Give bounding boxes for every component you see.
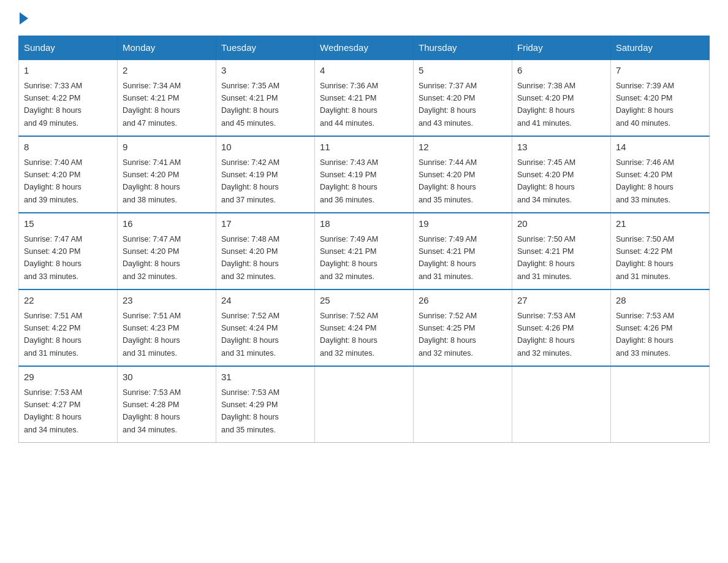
- day-info: Sunrise: 7:47 AMSunset: 4:20 PMDaylight:…: [123, 235, 181, 281]
- calendar-header: SundayMondayTuesdayWednesdayThursdayFrid…: [19, 36, 710, 60]
- calendar-cell: 7 Sunrise: 7:39 AMSunset: 4:20 PMDayligh…: [611, 59, 710, 136]
- day-number: 23: [123, 294, 211, 308]
- logo: [18, 12, 29, 25]
- day-info: Sunrise: 7:49 AMSunset: 4:21 PMDaylight:…: [320, 235, 378, 281]
- day-number: 15: [24, 217, 112, 231]
- day-number: 16: [123, 217, 211, 231]
- calendar-cell: 20 Sunrise: 7:50 AMSunset: 4:21 PMDaylig…: [512, 213, 611, 289]
- col-header-friday: Friday: [512, 36, 611, 60]
- day-info: Sunrise: 7:38 AMSunset: 4:20 PMDaylight:…: [517, 82, 575, 128]
- calendar-cell: 4 Sunrise: 7:36 AMSunset: 4:21 PMDayligh…: [315, 59, 414, 136]
- calendar-cell: [512, 366, 611, 443]
- calendar-cell: 17 Sunrise: 7:48 AMSunset: 4:20 PMDaylig…: [216, 213, 315, 289]
- day-number: 7: [616, 64, 704, 78]
- col-header-monday: Monday: [118, 36, 216, 60]
- day-info: Sunrise: 7:50 AMSunset: 4:22 PMDaylight:…: [616, 235, 674, 281]
- day-number: 3: [221, 64, 309, 78]
- calendar-week-5: 29 Sunrise: 7:53 AMSunset: 4:27 PMDaylig…: [19, 366, 710, 443]
- day-info: Sunrise: 7:36 AMSunset: 4:21 PMDaylight:…: [320, 82, 378, 128]
- day-info: Sunrise: 7:44 AMSunset: 4:20 PMDaylight:…: [419, 158, 477, 204]
- day-info: Sunrise: 7:49 AMSunset: 4:21 PMDaylight:…: [419, 235, 477, 281]
- calendar-cell: 9 Sunrise: 7:41 AMSunset: 4:20 PMDayligh…: [118, 136, 216, 213]
- day-number: 25: [320, 294, 408, 308]
- day-number: 10: [221, 140, 309, 155]
- calendar-cell: 8 Sunrise: 7:40 AMSunset: 4:20 PMDayligh…: [19, 136, 118, 213]
- day-info: Sunrise: 7:52 AMSunset: 4:24 PMDaylight:…: [320, 312, 378, 358]
- day-info: Sunrise: 7:51 AMSunset: 4:22 PMDaylight:…: [24, 312, 82, 358]
- calendar-cell: [414, 366, 512, 443]
- calendar-table: SundayMondayTuesdayWednesdayThursdayFrid…: [18, 36, 710, 443]
- calendar-cell: 30 Sunrise: 7:53 AMSunset: 4:28 PMDaylig…: [118, 366, 216, 443]
- day-info: Sunrise: 7:35 AMSunset: 4:21 PMDaylight:…: [221, 82, 279, 128]
- day-info: Sunrise: 7:46 AMSunset: 4:20 PMDaylight:…: [616, 158, 674, 204]
- day-number: 12: [419, 140, 507, 155]
- col-header-sunday: Sunday: [19, 36, 118, 60]
- day-number: 27: [517, 294, 605, 308]
- calendar-cell: 11 Sunrise: 7:43 AMSunset: 4:19 PMDaylig…: [315, 136, 414, 213]
- calendar-cell: 24 Sunrise: 7:52 AMSunset: 4:24 PMDaylig…: [216, 289, 315, 366]
- day-info: Sunrise: 7:39 AMSunset: 4:20 PMDaylight:…: [616, 82, 674, 128]
- day-info: Sunrise: 7:45 AMSunset: 4:20 PMDaylight:…: [517, 158, 575, 204]
- day-number: 9: [123, 140, 211, 155]
- day-info: Sunrise: 7:37 AMSunset: 4:20 PMDaylight:…: [419, 82, 477, 128]
- day-number: 31: [221, 370, 309, 385]
- day-number: 24: [221, 294, 309, 308]
- day-info: Sunrise: 7:52 AMSunset: 4:25 PMDaylight:…: [419, 312, 477, 358]
- calendar-cell: 12 Sunrise: 7:44 AMSunset: 4:20 PMDaylig…: [414, 136, 512, 213]
- calendar-cell: 3 Sunrise: 7:35 AMSunset: 4:21 PMDayligh…: [216, 59, 315, 136]
- day-info: Sunrise: 7:52 AMSunset: 4:24 PMDaylight:…: [221, 312, 279, 358]
- calendar-cell: 13 Sunrise: 7:45 AMSunset: 4:20 PMDaylig…: [512, 136, 611, 213]
- day-info: Sunrise: 7:33 AMSunset: 4:22 PMDaylight:…: [24, 82, 82, 128]
- day-number: 20: [517, 217, 605, 231]
- day-number: 26: [419, 294, 507, 308]
- calendar-cell: 16 Sunrise: 7:47 AMSunset: 4:20 PMDaylig…: [118, 213, 216, 289]
- day-number: 8: [24, 140, 112, 155]
- calendar-cell: [315, 366, 414, 443]
- day-info: Sunrise: 7:53 AMSunset: 4:27 PMDaylight:…: [24, 388, 82, 434]
- calendar-cell: 31 Sunrise: 7:53 AMSunset: 4:29 PMDaylig…: [216, 366, 315, 443]
- calendar-cell: 22 Sunrise: 7:51 AMSunset: 4:22 PMDaylig…: [19, 289, 118, 366]
- calendar-cell: 18 Sunrise: 7:49 AMSunset: 4:21 PMDaylig…: [315, 213, 414, 289]
- day-number: 29: [24, 370, 112, 385]
- calendar-cell: 10 Sunrise: 7:42 AMSunset: 4:19 PMDaylig…: [216, 136, 315, 213]
- calendar-week-1: 1 Sunrise: 7:33 AMSunset: 4:22 PMDayligh…: [19, 59, 710, 136]
- day-number: 5: [419, 64, 507, 78]
- calendar-cell: 29 Sunrise: 7:53 AMSunset: 4:27 PMDaylig…: [19, 366, 118, 443]
- calendar-cell: 23 Sunrise: 7:51 AMSunset: 4:23 PMDaylig…: [118, 289, 216, 366]
- calendar-cell: 15 Sunrise: 7:47 AMSunset: 4:20 PMDaylig…: [19, 213, 118, 289]
- calendar-cell: 14 Sunrise: 7:46 AMSunset: 4:20 PMDaylig…: [611, 136, 710, 213]
- day-number: 17: [221, 217, 309, 231]
- day-info: Sunrise: 7:51 AMSunset: 4:23 PMDaylight:…: [123, 312, 181, 358]
- day-info: Sunrise: 7:53 AMSunset: 4:26 PMDaylight:…: [616, 312, 674, 358]
- day-number: 13: [517, 140, 605, 155]
- day-info: Sunrise: 7:50 AMSunset: 4:21 PMDaylight:…: [517, 235, 575, 281]
- header: [18, 12, 710, 25]
- day-info: Sunrise: 7:34 AMSunset: 4:21 PMDaylight:…: [123, 82, 181, 128]
- calendar-cell: 27 Sunrise: 7:53 AMSunset: 4:26 PMDaylig…: [512, 289, 611, 366]
- calendar-cell: 21 Sunrise: 7:50 AMSunset: 4:22 PMDaylig…: [611, 213, 710, 289]
- calendar-cell: 1 Sunrise: 7:33 AMSunset: 4:22 PMDayligh…: [19, 59, 118, 136]
- day-info: Sunrise: 7:53 AMSunset: 4:26 PMDaylight:…: [517, 312, 575, 358]
- logo-arrow-icon: [20, 12, 28, 25]
- calendar-cell: 6 Sunrise: 7:38 AMSunset: 4:20 PMDayligh…: [512, 59, 611, 136]
- day-number: 21: [616, 217, 704, 231]
- day-number: 4: [320, 64, 408, 78]
- day-info: Sunrise: 7:42 AMSunset: 4:19 PMDaylight:…: [221, 158, 279, 204]
- day-info: Sunrise: 7:47 AMSunset: 4:20 PMDaylight:…: [24, 235, 82, 281]
- calendar-cell: [611, 366, 710, 443]
- calendar-week-2: 8 Sunrise: 7:40 AMSunset: 4:20 PMDayligh…: [19, 136, 710, 213]
- calendar-cell: 25 Sunrise: 7:52 AMSunset: 4:24 PMDaylig…: [315, 289, 414, 366]
- day-number: 18: [320, 217, 408, 231]
- calendar-cell: 19 Sunrise: 7:49 AMSunset: 4:21 PMDaylig…: [414, 213, 512, 289]
- day-info: Sunrise: 7:53 AMSunset: 4:28 PMDaylight:…: [123, 388, 181, 434]
- calendar-week-3: 15 Sunrise: 7:47 AMSunset: 4:20 PMDaylig…: [19, 213, 710, 289]
- day-number: 2: [123, 64, 211, 78]
- day-number: 19: [419, 217, 507, 231]
- day-info: Sunrise: 7:43 AMSunset: 4:19 PMDaylight:…: [320, 158, 378, 204]
- day-number: 6: [517, 64, 605, 78]
- col-header-saturday: Saturday: [611, 36, 710, 60]
- day-info: Sunrise: 7:41 AMSunset: 4:20 PMDaylight:…: [123, 158, 181, 204]
- calendar-week-4: 22 Sunrise: 7:51 AMSunset: 4:22 PMDaylig…: [19, 289, 710, 366]
- day-number: 28: [616, 294, 704, 308]
- col-header-thursday: Thursday: [414, 36, 512, 60]
